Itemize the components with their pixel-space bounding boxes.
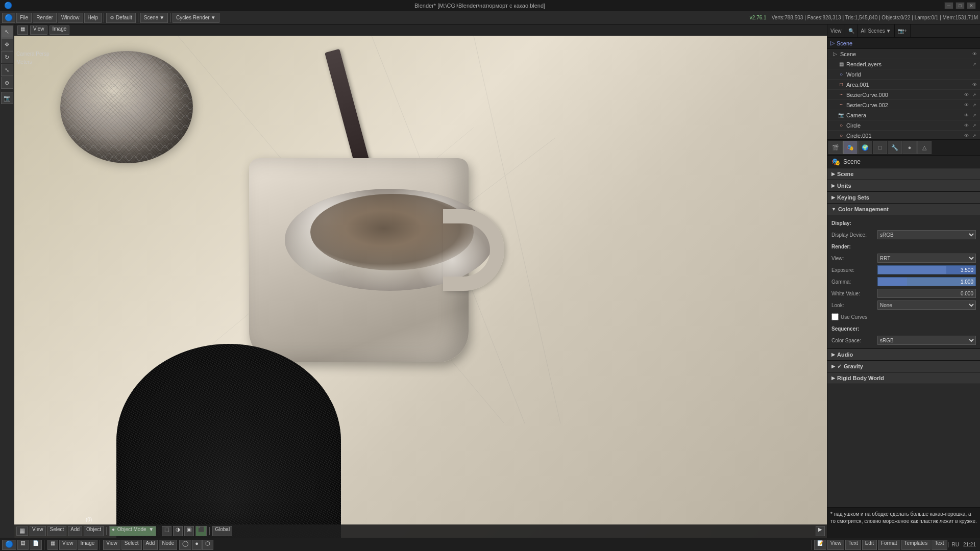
- templates-btn[interactable]: Templates: [901, 540, 931, 550]
- object-props-tab[interactable]: □: [873, 141, 887, 154]
- panel-view-btn[interactable]: View: [827, 24, 845, 38]
- visibility-toggle[interactable]: 👁: [963, 102, 970, 109]
- scene-section-header[interactable]: ▶ Scene: [827, 168, 980, 180]
- select-menu-btn[interactable]: Select: [47, 526, 67, 536]
- color-management-header[interactable]: ▼ Color Management: [827, 204, 980, 215]
- bb-group-icon-btn[interactable]: ⬡: [202, 540, 213, 550]
- select-tool[interactable]: ↖: [1, 26, 13, 38]
- material-props-tab[interactable]: ●: [902, 141, 917, 154]
- bb-material-icon-btn[interactable]: ●: [192, 540, 202, 550]
- bb-view-btn[interactable]: ▦: [47, 540, 58, 550]
- bb-image-icon-btn[interactable]: 🖼: [17, 540, 29, 550]
- select-toggle[interactable]: ↗: [971, 132, 978, 139]
- render-props-tab[interactable]: 🎬: [828, 141, 843, 154]
- outliner-item-circle[interactable]: ○Circle👁↗: [827, 120, 980, 131]
- render-engine-selector[interactable]: Cycles Render ▼: [173, 13, 219, 23]
- bb-view-label[interactable]: View: [59, 540, 77, 550]
- blender-logo-button[interactable]: 🔵: [2, 13, 15, 23]
- data-props-tab[interactable]: △: [917, 141, 932, 154]
- world-props-tab[interactable]: 🌍: [858, 141, 872, 154]
- viewport-view-menu[interactable]: ▦: [17, 26, 28, 35]
- bb-view-btn2[interactable]: View: [103, 540, 120, 550]
- use-curves-checkbox[interactable]: [831, 313, 839, 320]
- select-toggle[interactable]: ↗: [971, 112, 978, 119]
- panel-camera-add[interactable]: 📷+: [895, 24, 911, 38]
- grab-tool[interactable]: ✥: [1, 38, 13, 51]
- scene-selector[interactable]: Scene ▼: [140, 13, 168, 23]
- play-btn[interactable]: ▶: [816, 526, 825, 536]
- window-menu[interactable]: Window: [58, 13, 83, 23]
- display-device-select[interactable]: sRGB: [877, 230, 976, 239]
- bb-image-label[interactable]: Image: [78, 540, 98, 550]
- outliner-item-scene[interactable]: ▷Scene👁: [827, 49, 980, 59]
- texture-shading-btn[interactable]: ▣: [184, 526, 194, 536]
- gravity-section-header[interactable]: ▶ ✓ Gravity: [827, 361, 980, 372]
- object-menu-btn[interactable]: Object: [84, 526, 104, 536]
- outliner-item-circle-001[interactable]: ○Circle.001👁↗: [827, 131, 980, 140]
- text-editor-text-btn[interactable]: Text: [845, 540, 861, 550]
- text-editor-view-btn[interactable]: View: [827, 540, 845, 550]
- bb-blender-icon-btn[interactable]: 🔵: [2, 540, 16, 550]
- text-editor-edit-btn[interactable]: Edit: [862, 540, 877, 550]
- viewport-area[interactable]: ▦ View Image Camera Persp Meters: [14, 24, 827, 538]
- outliner-item-beziercurve-002[interactable]: ~BezierCurve.002👁↗: [827, 100, 980, 110]
- outliner-item-world[interactable]: ○World: [827, 69, 980, 80]
- look-select[interactable]: None: [877, 300, 976, 310]
- bb-node-icon-btn[interactable]: ◯: [179, 540, 191, 550]
- bb-add-btn[interactable]: Add: [143, 540, 158, 550]
- color-space-select[interactable]: sRGB: [877, 336, 976, 345]
- view-select[interactable]: RRT: [877, 254, 976, 263]
- global-local-btn[interactable]: Global: [212, 526, 232, 536]
- visibility-toggle[interactable]: 👁: [963, 132, 970, 139]
- render-menu[interactable]: Render: [33, 13, 57, 23]
- minimize-button[interactable]: ─: [944, 2, 953, 9]
- bb-file-icon-btn[interactable]: 📄: [30, 540, 42, 550]
- maximize-button[interactable]: □: [955, 2, 965, 9]
- bb-select-btn[interactable]: Select: [121, 540, 142, 550]
- visibility-toggle[interactable]: 👁: [963, 122, 970, 129]
- viewport-view-btn[interactable]: View: [30, 26, 47, 35]
- panel-all-scenes[interactable]: All Scenes ▼: [858, 24, 895, 38]
- audio-section-header[interactable]: ▶ Audio: [827, 349, 980, 360]
- visibility-toggle[interactable]: 👁: [963, 112, 970, 119]
- viewport-image-btn[interactable]: Image: [50, 26, 70, 35]
- text-editor-icon-btn[interactable]: 📝: [814, 540, 826, 550]
- outliner-item-area-001[interactable]: □Area.001👁: [827, 80, 980, 90]
- text-editor-format-btn[interactable]: Format: [878, 540, 900, 550]
- visibility-toggle[interactable]: 👁: [971, 51, 978, 58]
- text-btn[interactable]: Text: [932, 540, 947, 550]
- help-menu[interactable]: Help: [84, 13, 102, 23]
- viewport-view-menu-btn[interactable]: View: [30, 526, 46, 536]
- scene-props-tab[interactable]: 🎭: [843, 141, 857, 154]
- exposure-slider[interactable]: 3.500: [877, 265, 976, 274]
- wireframe-shading-btn[interactable]: ⬚: [162, 526, 172, 536]
- solid-shading-btn[interactable]: ◑: [173, 526, 183, 536]
- file-menu[interactable]: File: [16, 13, 32, 23]
- select-toggle[interactable]: ↗: [971, 102, 978, 109]
- outliner-item-camera[interactable]: 📷Camera👁↗: [827, 110, 980, 120]
- select-toggle[interactable]: ↗: [971, 122, 978, 129]
- keying-sets-header[interactable]: ▶ Keying Sets: [827, 192, 980, 203]
- select-toggle[interactable]: ↗: [971, 91, 978, 98]
- rendered-shading-btn[interactable]: ⬛: [195, 526, 207, 536]
- select-toggle[interactable]: ↗: [971, 61, 978, 68]
- camera-tool[interactable]: 📷: [1, 92, 13, 104]
- units-section-header[interactable]: ▶ Units: [827, 180, 980, 191]
- add-menu-btn[interactable]: Add: [68, 526, 82, 536]
- object-mode-selector[interactable]: ● Object Mode ▼: [109, 526, 156, 536]
- outliner-item-beziercurve-000[interactable]: ~BezierCurve.000👁↗: [827, 90, 980, 100]
- visibility-toggle[interactable]: 👁: [963, 91, 970, 98]
- gamma-slider[interactable]: 1.000: [877, 277, 976, 286]
- modifier-props-tab[interactable]: 🔧: [888, 141, 902, 154]
- white-value-slider[interactable]: 0.000: [877, 289, 976, 298]
- viewport-mode-icon[interactable]: ▦: [16, 527, 28, 536]
- panel-search-btn[interactable]: 🔍: [845, 24, 858, 38]
- close-button[interactable]: ✕: [967, 2, 976, 9]
- visibility-toggle[interactable]: 👁: [971, 81, 978, 88]
- bb-node-btn[interactable]: Node: [159, 540, 177, 550]
- outliner-item-renderlayers[interactable]: ▦RenderLayers↗: [827, 59, 980, 69]
- viewport-canvas[interactable]: Camera Persp Meters: [14, 36, 827, 538]
- engine-selector[interactable]: ⚙ Default: [106, 13, 136, 23]
- scale-tool[interactable]: ⤡: [1, 64, 13, 76]
- rotate-tool[interactable]: ↻: [1, 51, 13, 63]
